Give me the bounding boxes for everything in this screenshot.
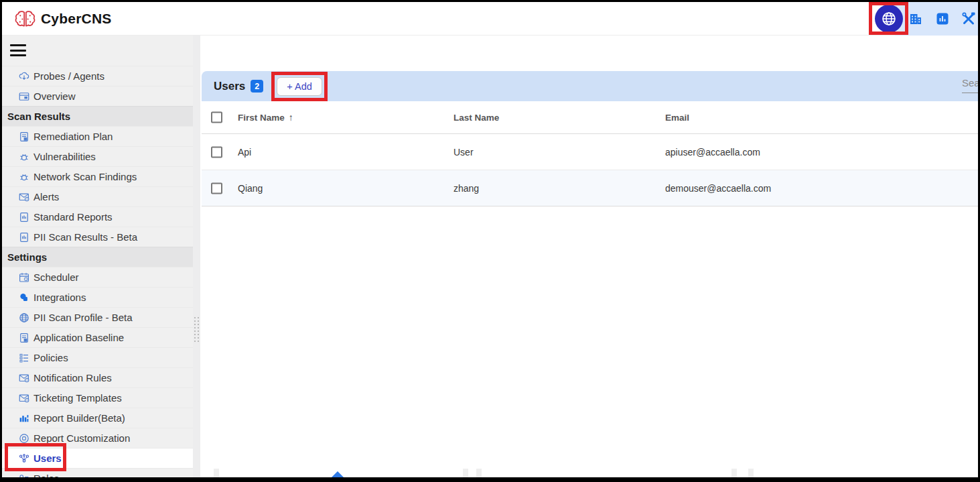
sidebar-item-pii-scan-results[interactable]: PII Scan Results - Beta	[2, 227, 193, 247]
sidebar-section-label: Scan Results	[2, 111, 70, 122]
sidebar-item-label: Standard Reports	[33, 211, 113, 223]
card-gap-divider	[463, 469, 468, 477]
column-header-first-name[interactable]: First Name↑	[238, 112, 293, 123]
bug-icon	[18, 171, 30, 183]
tooltip-arrow-icon	[332, 471, 344, 477]
select-all-checkbox[interactable]	[211, 112, 222, 123]
report-icon	[18, 231, 30, 243]
sidebar-item-label: PII Scan Profile - Beta	[33, 312, 133, 323]
integrations-icon	[18, 292, 30, 304]
sidebar-item-standard-reports[interactable]: Standard Reports	[2, 206, 193, 227]
company-assets-button[interactable]	[908, 11, 924, 27]
column-header-last-name[interactable]: Last Name	[453, 113, 499, 123]
main-content: Users 2 + Add Sea First Name↑ Last Name …	[200, 36, 978, 477]
row-checkbox[interactable]	[211, 146, 222, 158]
row-checkbox[interactable]	[211, 182, 222, 194]
sidebar-item-label: Alerts	[33, 191, 59, 202]
document-check-icon	[18, 131, 30, 143]
globe-icon	[18, 312, 30, 324]
roles-icon	[18, 473, 30, 478]
cell-first-name: Qiang	[238, 183, 263, 194]
cloud-download-icon	[18, 70, 30, 82]
fingerprint-icon	[18, 432, 30, 444]
card-gap-divider	[748, 469, 754, 477]
report-icon	[18, 211, 30, 223]
sidebar-item-users[interactable]: Users	[2, 448, 193, 468]
table-header-row: First Name↑ Last Name Email	[202, 101, 978, 134]
sidebar-item-roles[interactable]: Roles	[2, 468, 193, 477]
mail-alert-icon	[18, 372, 30, 384]
sidebar-item-pii-scan-profile[interactable]: PII Scan Profile - Beta	[2, 307, 193, 327]
sidebar-resize-handle[interactable]	[193, 36, 200, 477]
document-check-icon	[18, 332, 30, 344]
sidebar-item-label: PII Scan Results - Beta	[33, 231, 137, 243]
search-label: Sea	[962, 77, 978, 93]
sidebar-item-vulnerabilities[interactable]: Vulnerabilities	[2, 146, 193, 166]
sidebar-item-alerts[interactable]: Alerts	[2, 186, 193, 206]
sidebar-section-scan-results: Scan Results	[2, 106, 193, 126]
users-count-badge: 2	[251, 80, 263, 93]
top-header: CyberCNS	[2, 2, 978, 36]
sidebar-menu: Probes / Agents Overview Scan Results Re…	[2, 66, 193, 477]
table-row[interactable]: Qiang zhang demouser@accaella.com	[202, 170, 978, 206]
sidebar-item-label: Overview	[33, 91, 76, 102]
brand-logo: CyberCNS	[14, 7, 111, 30]
sidebar-item-report-customization[interactable]: Report Customization	[2, 428, 193, 448]
calendar-clock-icon	[18, 272, 30, 284]
sidebar-item-label: Roles	[33, 473, 59, 477]
card-gap-divider	[731, 469, 737, 477]
bug-icon	[18, 151, 30, 163]
sidebar-item-probes-agents[interactable]: Probes / Agents	[2, 66, 193, 86]
add-user-button[interactable]: + Add	[277, 77, 322, 96]
sidebar-item-label: Vulnerabilities	[33, 151, 96, 162]
reports-button[interactable]	[934, 11, 951, 27]
sidebar-item-label: Probes / Agents	[33, 70, 104, 82]
column-header-email[interactable]: Email	[665, 113, 689, 123]
sidebar-item-report-builder[interactable]: Report Builder(Beta)	[2, 408, 193, 428]
sidebar-item-label: Report Customization	[33, 432, 130, 444]
hamburger-menu-button[interactable]	[10, 44, 26, 57]
sidebar-item-network-scan-findings[interactable]: Network Scan Findings	[2, 166, 193, 186]
mail-alert-icon	[18, 392, 30, 404]
sidebar-item-label: Notification Rules	[33, 372, 112, 383]
overview-icon	[18, 91, 30, 103]
brain-logo-icon	[14, 8, 36, 30]
drag-dots-icon	[194, 317, 199, 343]
sidebar-item-label: Application Baseline	[33, 332, 124, 343]
sidebar-item-ticketing-templates[interactable]: Ticketing Templates	[2, 387, 193, 408]
sidebar-section-settings: Settings	[2, 247, 193, 267]
column-label: First Name	[238, 113, 285, 123]
cell-email: apiuser@accaella.com	[665, 147, 760, 158]
sidebar-item-label: Report Builder(Beta)	[33, 412, 125, 424]
tools-button[interactable]	[960, 11, 976, 27]
search-input[interactable]: Sea	[962, 77, 978, 96]
sidebar-item-label: Integrations	[33, 292, 86, 303]
checklist-icon	[18, 352, 30, 364]
building-icon	[908, 11, 924, 27]
table-row[interactable]: Api User apiuser@accaella.com	[202, 134, 978, 170]
sidebar-item-scheduler[interactable]: Scheduler	[2, 267, 193, 287]
sidebar-item-policies[interactable]: Policies	[2, 347, 193, 367]
chart-badge-icon	[934, 11, 951, 27]
sidebar-item-remediation-plan[interactable]: Remediation Plan	[2, 126, 193, 146]
page-title: Users	[214, 80, 245, 93]
sidebar-item-label: Network Scan Findings	[33, 171, 137, 182]
sidebar-item-integrations[interactable]: Integrations	[2, 287, 193, 307]
mail-alert-icon	[18, 191, 30, 203]
sidebar-item-overview[interactable]: Overview	[2, 86, 193, 106]
sidebar: Probes / Agents Overview Scan Results Re…	[2, 36, 193, 477]
annotation-box-add: + Add	[271, 72, 328, 101]
sidebar-item-label: Scheduler	[33, 272, 79, 283]
sidebar-item-label: Remediation Plan	[33, 131, 113, 142]
company-globe-button[interactable]	[875, 5, 903, 33]
app-window: CyberCNS Probes / Agents O	[0, 0, 980, 482]
cell-first-name: Api	[238, 147, 251, 158]
sidebar-item-application-baseline[interactable]: Application Baseline	[2, 327, 193, 347]
sidebar-item-notification-rules[interactable]: Notification Rules	[2, 367, 193, 387]
sidebar-section-label: Settings	[2, 251, 47, 263]
cell-last-name: User	[453, 147, 474, 158]
users-network-icon	[18, 453, 30, 465]
globe-icon	[880, 10, 898, 27]
below-fold-artifacts	[200, 468, 978, 477]
card-gap-divider	[476, 469, 482, 477]
